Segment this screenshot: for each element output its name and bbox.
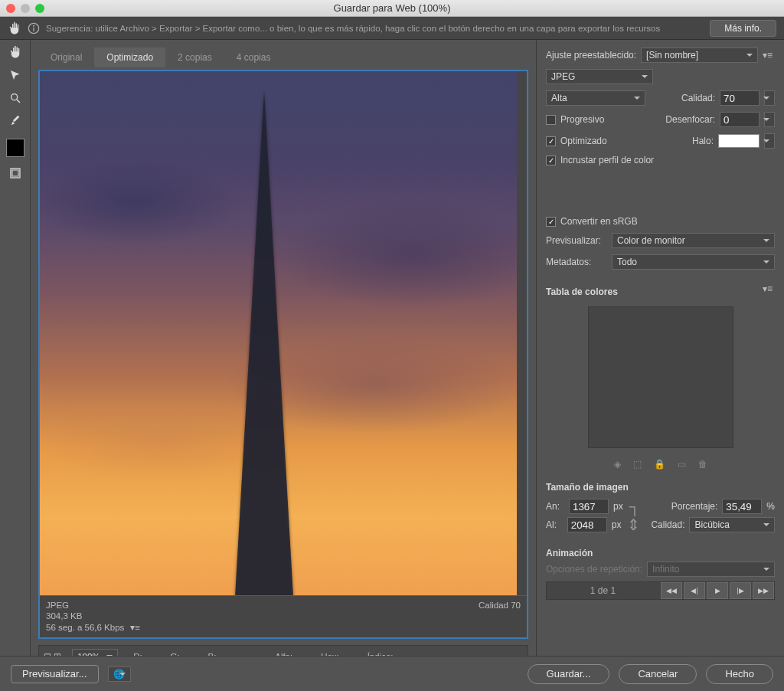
preview-mode-select[interactable]: Color de monitor [612, 233, 775, 248]
window-title: Guardar para Web (100%) [0, 2, 784, 14]
done-button[interactable]: Hecho [706, 664, 773, 684]
link-bracket-top: ┐ [628, 501, 642, 512]
window-close[interactable] [6, 4, 15, 13]
info-quality: Calidad 70 [479, 601, 521, 610]
info-size: 304,3 KB [46, 611, 142, 621]
matte-menu[interactable] [764, 133, 775, 149]
convert-srgb-checkbox[interactable] [546, 217, 556, 227]
info-format: JPEG [46, 601, 142, 610]
ct-cube-icon[interactable]: ⬚ [633, 459, 642, 470]
preset-select[interactable]: [Sin nombre] [641, 47, 758, 63]
tab-two-up[interactable]: 2 copias [165, 47, 224, 67]
quality-slider-toggle[interactable] [764, 90, 775, 106]
quality-input[interactable] [720, 90, 760, 106]
animation-label: Animación [546, 548, 775, 558]
optimized-checkbox[interactable] [546, 136, 556, 146]
info-time: 56 seg. a 56,6 Kbps [46, 623, 124, 632]
percent-input[interactable] [722, 499, 762, 514]
preview-menu-icon[interactable]: ▾≡ [130, 622, 142, 633]
matte-label: Halo: [692, 136, 714, 146]
tab-four-up[interactable]: 4 copias [224, 47, 283, 67]
optimized-label: Optimizado [560, 136, 607, 146]
more-info-button[interactable]: Más info. [710, 20, 776, 37]
footer: Previsualizar... 🌐 Guardar... Cancelar H… [0, 656, 784, 691]
preset-label: Ajuste preestablecido: [546, 50, 636, 61]
prev-frame-button[interactable]: ◀| [684, 582, 705, 599]
toggle-slices-visibility[interactable] [4, 163, 27, 183]
settings-panel: Ajuste preestablecido: [Sin nombre] ▾≡ J… [536, 40, 784, 691]
ct-lock-icon[interactable]: 🔒 [654, 459, 665, 470]
info-icon [28, 22, 40, 34]
color-table-icons: ◈ ⬚ 🔒 ▭ 🗑 [546, 459, 775, 470]
tool-strip [0, 40, 31, 691]
tip-text: Sugerencia: utilice Archivo > Exportar >… [46, 24, 704, 33]
cancel-button[interactable]: Cancelar [619, 664, 697, 684]
preview-info-strip: JPEG 304,3 KB 56 seg. a 56,6 Kbps ▾≡ Cal… [40, 595, 527, 637]
preview-mode-label: Previsualizar: [546, 235, 607, 246]
svg-rect-6 [12, 170, 18, 176]
svg-point-3 [11, 94, 17, 100]
matte-swatch[interactable] [718, 134, 760, 148]
image-size-label: Tamaño de imagen [546, 482, 775, 493]
eyedropper-color-swatch[interactable] [6, 139, 24, 157]
tip-bar: Sugerencia: utilice Archivo > Exportar >… [0, 17, 784, 40]
tab-optimized[interactable]: Optimizado [94, 47, 165, 67]
progressive-checkbox[interactable] [546, 115, 556, 125]
preset-menu-icon[interactable]: ▾≡ [763, 50, 775, 61]
color-table-menu-icon[interactable]: ▾≡ [763, 283, 775, 294]
height-unit: px [612, 519, 622, 530]
titlebar: Guardar para Web (100%) [0, 0, 784, 17]
hand-tool[interactable] [4, 42, 27, 62]
width-input[interactable] [569, 499, 609, 514]
play-button[interactable]: ▶ [707, 582, 728, 599]
progressive-label: Progresivo [560, 114, 604, 125]
animation-playbar: 1 de 1 ◀◀ ◀| ▶ |▶ ▶▶ [546, 581, 775, 600]
height-input[interactable] [567, 517, 607, 532]
first-frame-button[interactable]: ◀◀ [661, 582, 682, 599]
zoom-tool[interactable] [4, 88, 27, 108]
eyedropper-tool[interactable] [4, 111, 27, 131]
svg-point-1 [33, 25, 34, 26]
color-table[interactable] [588, 306, 733, 448]
blur-input[interactable] [720, 112, 760, 127]
width-label: An: [546, 501, 564, 512]
metadata-select[interactable]: Todo [612, 254, 775, 270]
save-button[interactable]: Guardar... [528, 664, 610, 684]
format-select[interactable]: JPEG [546, 69, 653, 84]
next-frame-button[interactable]: |▶ [730, 582, 751, 599]
preview-tabs: Original Optimizado 2 copias 4 copias [38, 47, 528, 67]
link-icon[interactable]: ⇕ [626, 519, 642, 530]
preview-image[interactable] [40, 71, 517, 595]
svg-rect-2 [33, 27, 34, 31]
ct-diamond-icon[interactable]: ◈ [614, 459, 621, 470]
resample-label: Calidad: [651, 519, 684, 530]
height-label: Al: [546, 519, 563, 530]
window-minimize[interactable] [21, 4, 30, 13]
percent-unit: % [766, 501, 775, 512]
ct-trash-icon[interactable]: 🗑 [698, 459, 707, 470]
convert-srgb-label: Convertir en sRGB [560, 216, 638, 227]
preview-frame: JPEG 304,3 KB 56 seg. a 56,6 Kbps ▾≡ Cal… [38, 70, 528, 639]
blur-label: Desenfocar: [665, 114, 715, 125]
resample-select[interactable]: Bicúbica [689, 517, 775, 532]
blur-slider-toggle[interactable] [764, 112, 775, 127]
ct-new-icon[interactable]: ▭ [678, 459, 686, 470]
preview-button[interactable]: Previsualizar... [11, 665, 99, 683]
loop-label: Opciones de repetición: [546, 564, 642, 575]
frame-counter: 1 de 1 [547, 585, 659, 596]
svg-line-4 [17, 100, 20, 103]
quality-preset-select[interactable]: Alta [546, 90, 645, 106]
browser-preview-select[interactable]: 🌐 [108, 666, 131, 682]
loop-select: Infinito [647, 562, 775, 577]
metadata-label: Metadatos: [546, 257, 607, 267]
width-unit: px [613, 501, 623, 512]
tab-original[interactable]: Original [38, 47, 94, 67]
slice-select-tool[interactable] [4, 65, 27, 85]
embed-profile-label: Incrustar perfil de color [560, 155, 654, 165]
percent-label: Porcentaje: [671, 501, 718, 512]
last-frame-button[interactable]: ▶▶ [753, 582, 774, 599]
hand-tool-icon[interactable] [8, 21, 21, 35]
window-zoom[interactable] [35, 4, 44, 13]
embed-profile-checkbox[interactable] [546, 156, 556, 165]
quality-label: Calidad: [681, 93, 715, 103]
